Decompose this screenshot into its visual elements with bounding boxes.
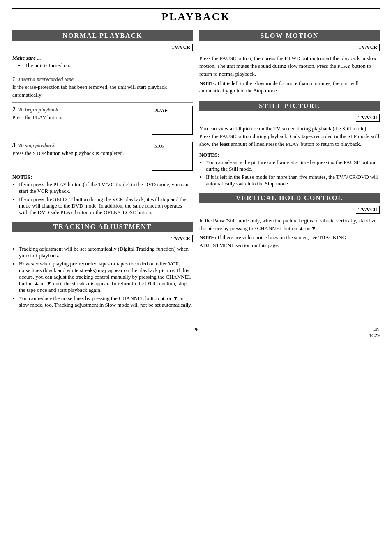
- tracking-bullets-list: Tracking adjustment will be set automati…: [19, 246, 193, 308]
- tracking-header: TRACKING ADJUSTMENT: [12, 222, 193, 232]
- vertical-hold-tv-vcr-badge: TV/VCR: [356, 206, 380, 214]
- still-picture-notes-header: NOTES:: [199, 152, 380, 158]
- footer-page-number: - 26 -: [135, 326, 257, 339]
- vertical-hold-body: In the Pause/Still mode only, when the p…: [199, 217, 380, 233]
- still-picture-header: STILL PICTURE: [199, 101, 380, 111]
- normal-playback-notes-header: NOTES:: [12, 174, 193, 180]
- play-button-illustration: PLAY▶: [152, 106, 193, 135]
- vertical-hold-note-label: NOTE:: [199, 234, 216, 240]
- tracking-bullet-2: However when playing pre-recorded tapes …: [19, 261, 193, 293]
- normal-playback-note-2: If you press the SELECT button during th…: [19, 196, 193, 216]
- tracking-section: TRACKING ADJUSTMENT TV/VCR Tracking adju…: [12, 222, 193, 308]
- tracking-bullet-1: Tracking adjustment will be set automati…: [19, 246, 193, 259]
- stop-button-label: STOP: [154, 144, 164, 148]
- slow-motion-tv-vcr-badge: TV/VCR: [356, 44, 380, 51]
- normal-playback-header: NORMAL PLAYBACK: [12, 30, 193, 41]
- still-picture-body: You can view a still picture on the TV s…: [199, 125, 380, 148]
- slow-motion-body: Press the PAUSE button, then press the F…: [199, 55, 380, 78]
- tracking-tv-vcr-badge: TV/VCR: [169, 235, 193, 242]
- slow-motion-section: SLOW MOTION TV/VCR Press the PAUSE butto…: [199, 30, 380, 95]
- still-picture-notes-list: You can advance the picture one frame at…: [206, 159, 380, 187]
- make-sure-list: The unit is turned on.: [19, 62, 193, 69]
- step3-body: Press the STOP button when playback is c…: [12, 150, 148, 157]
- still-picture-note-2: If it is left in the Pause mode for more…: [206, 174, 380, 187]
- vertical-hold-header: VERTICAL HOLD CONTROL: [199, 193, 380, 203]
- still-picture-note-1: You can advance the picture one frame at…: [206, 159, 380, 172]
- step3-block: 3 To stop playback Press the STOP button…: [12, 142, 193, 171]
- slow-motion-header: SLOW MOTION: [199, 30, 380, 41]
- normal-playback-section: NORMAL PLAYBACK TV/VCR Make sure ... The…: [12, 30, 193, 216]
- step1-block: 1 Insert a prerecorded tape If the erase…: [12, 76, 193, 99]
- footer: - 26 - EN 1C29: [12, 326, 380, 339]
- vertical-hold-note-text: If there are video noise lines on the sc…: [199, 234, 346, 248]
- still-picture-section: STILL PICTURE TV/VCR You can view a stil…: [199, 101, 380, 187]
- footer-lang-code: EN 1C29: [257, 326, 380, 339]
- step2-body: Press the PLAY button.: [12, 114, 148, 122]
- still-picture-tv-vcr-badge: TV/VCR: [356, 114, 380, 122]
- page-title: PLAYBACK: [12, 8, 380, 25]
- vertical-hold-section: VERTICAL HOLD CONTROL TV/VCR In the Paus…: [199, 193, 380, 249]
- make-sure-label: Make sure ...: [12, 55, 193, 61]
- normal-playback-note-1: If you press the PLAY button (of the TV/…: [19, 181, 193, 194]
- footer-code: 1C29: [369, 332, 380, 338]
- step2-heading: To begin playback: [18, 106, 58, 113]
- vertical-hold-note: NOTE: If there are video noise lines on …: [199, 234, 380, 249]
- step1-body: If the erase-protection tab has been rem…: [12, 83, 193, 99]
- footer-lang: EN: [373, 326, 380, 332]
- slow-motion-note: NOTE: If it is left in the Slow mode for…: [199, 80, 380, 95]
- normal-playback-tv-vcr-badge: TV/VCR: [169, 44, 193, 51]
- footer-left: [12, 326, 135, 339]
- normal-playback-notes-list: If you press the PLAY button (of the TV/…: [19, 181, 193, 216]
- step3-number: 3: [12, 142, 16, 149]
- slow-motion-note-text: If it is left in the Slow mode for more …: [199, 80, 359, 94]
- stop-button-illustration: STOP: [152, 142, 193, 171]
- step3-heading: To stop playback: [18, 142, 55, 149]
- make-sure-item-1: The unit is turned on.: [25, 62, 193, 69]
- tracking-bullet-3: You can reduce the noise lines by pressi…: [19, 295, 193, 308]
- step1-number: 1: [12, 76, 16, 83]
- step2-block: 2 To begin playback Press the PLAY butto…: [12, 106, 193, 135]
- play-button-label: PLAY▶: [154, 108, 168, 113]
- step2-number: 2: [12, 106, 16, 113]
- step1-heading: Insert a prerecorded tape: [18, 76, 74, 83]
- slow-motion-note-label: NOTE:: [199, 80, 216, 86]
